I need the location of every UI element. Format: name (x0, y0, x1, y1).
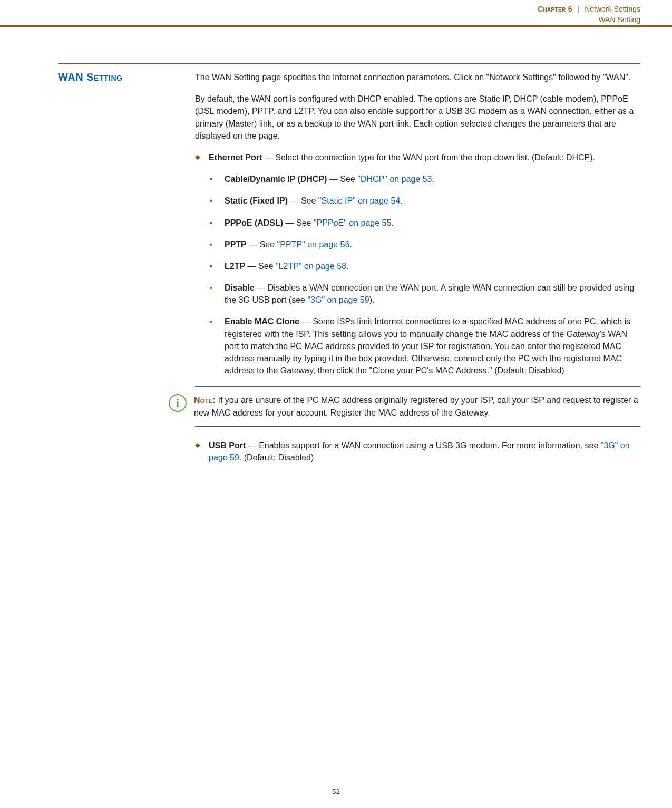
note-block: i Note: If you are unsure of the PC MAC … (195, 386, 640, 426)
breadcrumb-separator: | (578, 5, 580, 13)
section-heading: WAN Setting (58, 71, 195, 83)
dhcp-label: Cable/Dynamic IP (DHCP) (225, 175, 327, 184)
bullet-usb-port: USB Port — Enables support for a WAN con… (195, 439, 640, 464)
bullet-static-ip: Static (Fixed IP) — See "Static IP" on p… (210, 195, 640, 207)
pptp-end: . (349, 240, 352, 249)
breadcrumb-main: Network Settings (585, 5, 640, 13)
mac-label: Enable MAC Clone (225, 317, 299, 326)
l2tp-link[interactable]: "L2TP" on page 58 (276, 262, 346, 271)
content: WAN Setting The WAN Setting page specifi… (58, 63, 640, 473)
section-wan-setting: WAN Setting The WAN Setting page specifi… (58, 71, 640, 473)
bullet-ethernet-port: Ethernet Port — Select the connection ty… (195, 151, 640, 163)
section-heading-rest: etting (94, 71, 122, 83)
disable-label: Disable (225, 283, 255, 292)
chapter-label: Chapter 6 (538, 5, 572, 13)
bullet-l2tp: L2TP — See "L2TP" on page 58. (210, 260, 640, 272)
bullet-dhcp: Cable/Dynamic IP (DHCP) — See "DHCP" on … (210, 173, 640, 185)
header-rule (0, 25, 672, 27)
intro-paragraph-1: The WAN Setting page specifies the Inter… (195, 71, 640, 83)
section-top-rule (58, 63, 640, 64)
usb-desc-2: . (Default: Disabled) (239, 453, 314, 462)
pppoe-link[interactable]: "PPPoE" on page 55 (314, 218, 391, 227)
static-label: Static (Fixed IP) (225, 196, 288, 205)
dhcp-see: — See (327, 175, 357, 184)
pptp-link[interactable]: "PPTP" on page 56 (277, 240, 350, 249)
bullet-mac-clone: Enable MAC Clone — Some ISPs limit Inter… (210, 315, 640, 377)
pptp-label: PPTP (225, 240, 247, 249)
l2tp-see: — See (245, 262, 276, 271)
note-text: If you are unsure of the PC MAC address … (194, 396, 638, 417)
ethernet-port-desc: — Select the connection type for the WAN… (262, 153, 595, 162)
page-number: – 52 – (326, 787, 345, 795)
pppoe-label: PPPoE (ADSL) (225, 218, 283, 227)
static-link[interactable]: "Static IP" on page 54 (318, 196, 400, 205)
section-heading-lead: WAN S (58, 71, 94, 83)
disable-link[interactable]: "3G" on page 59 (307, 295, 369, 304)
dhcp-end: . (432, 175, 434, 184)
page-header: Chapter 6 | Network Settings WAN Setting (0, 0, 672, 32)
page-footer: – 52 – (0, 787, 672, 795)
pppoe-end: . (391, 218, 393, 227)
pptp-see: — See (247, 240, 277, 249)
usb-label: USB Port (209, 441, 246, 450)
section-body: The WAN Setting page specifies the Inter… (195, 71, 640, 473)
intro-paragraph-2: By default, the WAN port is configured w… (195, 93, 640, 142)
ethernet-port-label: Ethernet Port (209, 153, 262, 162)
note-label: Note: (194, 396, 216, 405)
info-icon: i (169, 394, 187, 412)
disable-desc-1: — Disables a WAN connection on the WAN p… (225, 283, 634, 304)
static-see: — See (288, 196, 318, 205)
note-body: Note: If you are unsure of the PC MAC ad… (194, 394, 640, 418)
bullet-pppoe: PPPoE (ADSL) — See "PPPoE" on page 55. (210, 217, 640, 229)
header-breadcrumb-block: Chapter 6 | Network Settings WAN Setting (538, 4, 640, 25)
page: Chapter 6 | Network Settings WAN Setting… (0, 0, 672, 808)
l2tp-end: . (346, 262, 348, 271)
l2tp-label: L2TP (225, 262, 245, 271)
bullet-pptp: PPTP — See "PPTP" on page 56. (210, 238, 640, 251)
pppoe-see: — See (283, 218, 314, 227)
dhcp-link[interactable]: "DHCP" on page 53 (357, 175, 432, 184)
static-end: . (400, 196, 402, 205)
disable-desc-2: ). (369, 295, 375, 304)
bullet-disable: Disable — Disables a WAN connection on t… (210, 282, 640, 306)
breadcrumb-sub: WAN Setting (538, 15, 640, 25)
usb-desc-1: — Enables support for a WAN connection u… (246, 441, 600, 450)
